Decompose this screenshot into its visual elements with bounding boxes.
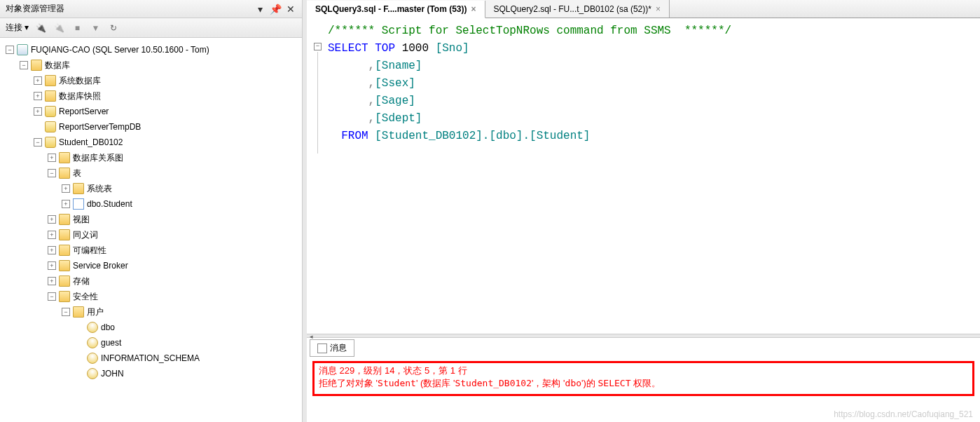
views-node[interactable]: +视图 — [0, 212, 302, 227]
error-message-box: 消息 229，级别 14，状态 5，第 1 行 拒绝了对对象 'Student'… — [312, 361, 974, 396]
horizontal-splitter[interactable]: ◂ — [307, 334, 980, 338]
expand-icon[interactable]: + — [34, 76, 42, 85]
folder-icon — [73, 306, 84, 318]
fold-icon[interactable]: − — [314, 43, 322, 50]
collapse-icon[interactable]: − — [6, 46, 14, 54]
databases-node[interactable]: −数据库 — [0, 57, 302, 73]
tab-label: SQLQuery3.sql - F....master (Tom (53)) — [315, 4, 467, 14]
folder-icon — [45, 75, 56, 86]
expand-icon[interactable]: + — [62, 184, 70, 193]
reportserver-node[interactable]: +ReportServer — [0, 104, 302, 119]
collapse-icon[interactable]: − — [20, 61, 28, 69]
user-icon — [87, 353, 98, 364]
result-panel: 消息 消息 229，级别 14，状态 5，第 1 行 拒绝了对对象 'Stude… — [307, 338, 980, 422]
collapse-icon[interactable]: − — [48, 292, 56, 301]
code-keyword: TOP — [375, 42, 395, 55]
collapse-icon[interactable]: − — [62, 308, 70, 316]
service-broker-node[interactable]: +Service Broker — [0, 258, 302, 273]
server-node[interactable]: −FUQIANG-CAO (SQL Server 10.50.1600 - To… — [0, 42, 302, 57]
collapse-icon[interactable]: − — [34, 138, 42, 147]
filter-icon[interactable]: ▼ — [89, 22, 102, 34]
sys-tables-node[interactable]: +系统表 — [0, 181, 302, 196]
server-label: FUQIANG-CAO (SQL Server 10.50.1600 - Tom… — [31, 45, 209, 55]
node-label: 视图 — [73, 214, 90, 226]
node-label: dbo — [101, 322, 115, 332]
storage-node[interactable]: +存储 — [0, 273, 302, 289]
tab-close-icon[interactable]: × — [471, 4, 476, 14]
expand-icon[interactable]: + — [48, 215, 56, 224]
user-infoschema-node[interactable]: INFORMATION_SCHEMA — [0, 350, 302, 366]
synonyms-node[interactable]: +同义词 — [0, 227, 302, 243]
node-label: JOHN — [101, 369, 124, 379]
folder-icon — [59, 260, 70, 271]
folder-icon — [59, 229, 70, 240]
sys-databases-node[interactable]: +系统数据库 — [0, 73, 302, 88]
code-table: [Student_DB0102].[dbo].[Student] — [375, 130, 590, 142]
user-john-node[interactable]: JOHN — [0, 366, 302, 381]
folder-icon — [59, 152, 70, 163]
expand-icon[interactable]: + — [48, 261, 56, 270]
user-icon — [87, 322, 98, 333]
security-node[interactable]: −安全性 — [0, 289, 302, 304]
code-column: [Sno] — [436, 42, 469, 55]
db-snapshots-node[interactable]: +数据库快照 — [0, 88, 302, 104]
collapse-icon[interactable]: − — [48, 169, 56, 177]
users-node[interactable]: −用户 — [0, 304, 302, 320]
dropdown-icon[interactable]: ▾ — [254, 4, 265, 15]
node-label: 数据库 — [45, 60, 70, 72]
user-dbo-node[interactable]: dbo — [0, 320, 302, 335]
editor-panel: SQLQuery3.sql - F....master (Tom (53))× … — [307, 0, 980, 422]
node-label: Student_DB0102 — [59, 137, 123, 147]
object-explorer-panel: 对象资源管理器 ▾ 📌 ✕ 连接 ▾ 🔌 🔌 ■ ▼ ↻ −FUQIANG-CA… — [0, 0, 303, 422]
expand-icon[interactable]: + — [34, 107, 42, 116]
node-label: 表 — [73, 168, 81, 179]
tab-sqlquery3[interactable]: SQLQuery3.sql - F....master (Tom (53))× — [307, 1, 485, 18]
server-icon — [17, 44, 28, 55]
expand-icon[interactable]: + — [48, 231, 56, 239]
expand-icon[interactable]: + — [48, 154, 56, 162]
stop-icon[interactable]: ■ — [71, 22, 83, 34]
error-detail: 拒绝了对对象 'Student' (数据库 'Student_DB0102'，架… — [319, 377, 968, 390]
expand-icon[interactable]: + — [48, 277, 56, 285]
database-icon — [45, 137, 56, 148]
editor-tabs: SQLQuery3.sql - F....master (Tom (53))× … — [307, 0, 980, 18]
code-comment: /****** Script for SelectTopNRows comman… — [328, 25, 731, 37]
sql-editor[interactable]: − /****** Script for SelectTopNRows comm… — [307, 18, 980, 334]
refresh-icon[interactable]: ↻ — [107, 22, 120, 34]
studentdb-node[interactable]: −Student_DB0102 — [0, 135, 302, 150]
result-body[interactable]: 消息 229，级别 14，状态 5，第 1 行 拒绝了对对象 'Student'… — [307, 358, 980, 422]
toolbar: 连接 ▾ 🔌 🔌 ■ ▼ ↻ — [0, 18, 302, 38]
expand-icon[interactable]: + — [62, 200, 70, 208]
splitter-arrow-icon: ◂ — [310, 333, 313, 340]
database-icon — [45, 121, 56, 132]
messages-tab[interactable]: 消息 — [310, 339, 354, 357]
node-label: 系统数据库 — [59, 75, 101, 87]
expand-icon[interactable]: + — [34, 92, 42, 100]
connect-icon[interactable]: 🔌 — [34, 22, 47, 34]
user-guest-node[interactable]: guest — [0, 335, 302, 350]
programmability-node[interactable]: +可编程性 — [0, 243, 302, 258]
reportservertempdb-node[interactable]: ReportServerTempDB — [0, 119, 302, 135]
object-tree[interactable]: −FUQIANG-CAO (SQL Server 10.50.1600 - To… — [0, 38, 302, 422]
pin-icon[interactable]: 📌 — [270, 4, 281, 15]
database-icon — [45, 106, 56, 117]
tables-node[interactable]: −表 — [0, 165, 302, 181]
tab-close-icon[interactable]: × — [656, 4, 661, 14]
node-label: INFORMATION_SCHEMA — [101, 353, 200, 363]
node-label: 数据库关系图 — [73, 152, 123, 164]
dbo-student-node[interactable]: +dbo.Student — [0, 196, 302, 212]
connect-button[interactable]: 连接 ▾ — [6, 22, 29, 34]
folder-icon — [73, 183, 84, 194]
user-icon — [87, 368, 98, 379]
expand-icon[interactable]: + — [48, 246, 56, 254]
messages-icon — [317, 343, 327, 353]
code-keyword: SELECT — [328, 42, 368, 55]
disconnect-icon[interactable]: 🔌 — [53, 22, 65, 34]
tab-sqlquery2[interactable]: SQLQuery2.sql - FU...t_DB0102 (sa (52))*… — [485, 0, 670, 18]
node-label: 系统表 — [87, 183, 112, 195]
close-icon[interactable]: ✕ — [285, 4, 296, 15]
db-diagrams-node[interactable]: +数据库关系图 — [0, 150, 302, 165]
folder-icon — [45, 90, 56, 102]
node-label: 数据库快照 — [59, 90, 101, 102]
panel-title: 对象资源管理器 — [6, 3, 64, 15]
